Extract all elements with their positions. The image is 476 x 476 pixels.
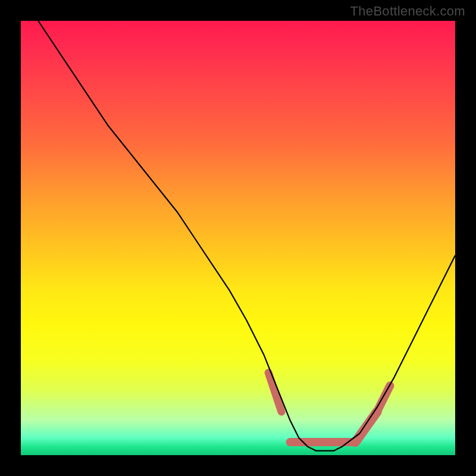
gradient-background bbox=[21, 21, 455, 455]
chart-container: TheBottleneck.com bbox=[0, 0, 476, 476]
plot-area bbox=[21, 21, 455, 455]
watermark-text: TheBottleneck.com bbox=[350, 4, 465, 19]
